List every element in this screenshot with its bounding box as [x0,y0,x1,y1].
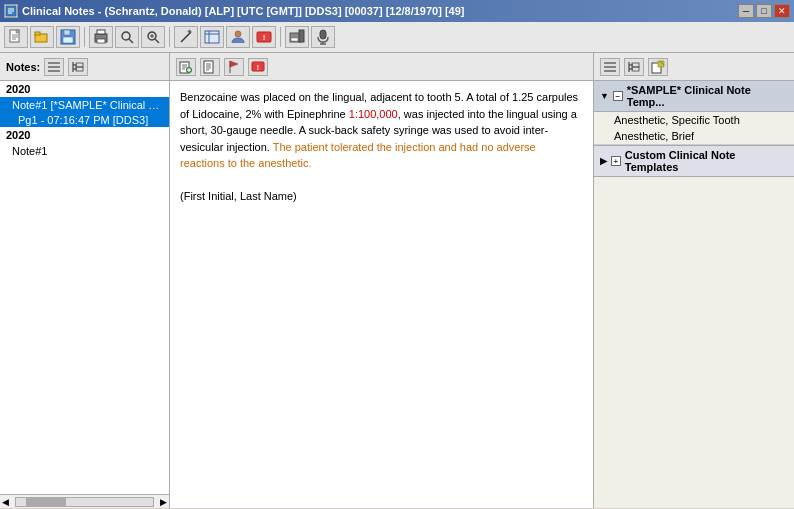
search-button[interactable] [115,26,139,48]
template-edit-btn[interactable] [648,58,668,76]
title-bar: Clinical Notes - (Schrantz, Donald) [ALP… [0,0,794,22]
templates-panel: ▼ − *SAMPLE* Clinical Note Temp... Anest… [594,81,794,508]
note-item-1[interactable]: Note#1 [*SAMPLE* Clinical Not [0,97,169,113]
collapse-icon-sample: ▼ [600,91,609,101]
separator1 [84,27,85,47]
custom-group-label: Custom Clinical Note Templates [625,149,788,173]
content-secondary-toolbar: ! [170,53,594,80]
new-button[interactable] [4,26,28,48]
secondary-toolbar: Notes: ! [0,53,794,81]
list-view-button[interactable] [44,58,64,76]
maximize-button[interactable]: □ [756,4,772,18]
note-signature: (First Initial, Last Name) [180,188,583,205]
notes-scrollbar[interactable]: ◀ ▶ [0,494,169,508]
print-button[interactable] [89,26,113,48]
svg-rect-12 [63,37,73,43]
svg-rect-32 [299,30,304,42]
separator2 [169,27,170,47]
template-button[interactable] [200,26,224,48]
notes-secondary-toolbar: Notes: [0,53,170,80]
note-content-panel: Benzocaine was placed on the lingual, ad… [170,81,594,508]
note-paragraph-1: Benzocaine was placed on the lingual, ad… [180,89,583,172]
title-bar-left: Clinical Notes - (Schrantz, Donald) [ALP… [4,4,465,18]
app-icon [4,4,18,18]
highlight-tolerance: The patient tolerated the injection and … [180,141,536,170]
template-tree-btn[interactable] [624,58,644,76]
main-toolbar: ! [0,22,794,53]
note-list-btn[interactable] [200,58,220,76]
year-label-2: 2020 [0,127,169,143]
scroll-left-btn[interactable]: ◀ [0,497,11,507]
person-button[interactable] [226,26,250,48]
custom-group-header[interactable]: ▶ + Custom Clinical Note Templates [594,145,794,177]
template-list-btn[interactable] [600,58,620,76]
flag-note-btn[interactable] [224,58,244,76]
note-subitem-1[interactable]: Pg1 - 07:16:47 PM [DDS3] [0,113,169,127]
svg-text:!: ! [263,33,266,42]
svg-rect-52 [204,61,213,73]
notes-label: Notes: [6,61,40,73]
scrollbar-thumb[interactable] [26,498,66,506]
svg-rect-11 [64,30,70,35]
svg-rect-67 [632,63,639,67]
template-item-anesthetic-brief[interactable]: Anesthetic, Brief [594,128,794,144]
svg-rect-14 [97,30,105,34]
notes-panel: 2020 Note#1 [*SAMPLE* Clinical Not Pg1 -… [0,81,170,508]
sample-group-label: *SAMPLE* Clinical Note Temp... [627,84,788,108]
toolbar-row: ! [0,22,794,52]
window-title: Clinical Notes - (Schrantz, Donald) [ALP… [22,5,465,17]
notes-list: 2020 Note#1 [*SAMPLE* Clinical Not Pg1 -… [0,81,169,494]
separator3 [280,27,281,47]
minimize-button[interactable]: ─ [738,4,754,18]
year-label-1: 2020 [0,81,169,97]
close-button[interactable]: ✕ [774,4,790,18]
tree-view-button[interactable] [68,58,88,76]
alert-button[interactable]: ! [252,26,276,48]
svg-text:!: ! [257,63,259,70]
svg-rect-44 [76,67,83,71]
plus-box: + [611,156,621,166]
note-text-area[interactable]: Benzocaine was placed on the lingual, ad… [170,81,593,508]
svg-rect-43 [76,63,83,67]
speech-button[interactable] [311,26,335,48]
alert-note-btn[interactable]: ! [248,58,268,76]
svg-rect-33 [291,38,298,41]
svg-point-16 [122,32,130,40]
open-button[interactable] [30,26,54,48]
svg-line-17 [129,39,133,43]
svg-marker-58 [230,61,238,67]
highlight-ratio: 1:100,000 [349,108,398,120]
svg-rect-68 [632,67,639,71]
fax-button[interactable] [285,26,309,48]
svg-rect-34 [320,30,326,39]
add-note-btn[interactable] [176,58,196,76]
svg-rect-9 [35,32,40,35]
note-item-2[interactable]: Note#1 [0,143,169,159]
main-content: 2020 Note#1 [*SAMPLE* Clinical Not Pg1 -… [0,81,794,508]
scroll-right-btn[interactable]: ▶ [158,497,169,507]
title-controls: ─ □ ✕ [738,4,790,18]
templates-list: ▼ − *SAMPLE* Clinical Note Temp... Anest… [594,81,794,508]
svg-rect-25 [205,31,219,43]
scrollbar-track[interactable] [15,497,154,507]
svg-point-28 [235,31,241,37]
collapse-icon-custom: ▶ [600,156,607,166]
sample-template-group: ▼ − *SAMPLE* Clinical Note Temp... Anest… [594,81,794,145]
minus-box: − [613,91,623,101]
templates-secondary-toolbar [594,53,794,80]
svg-line-19 [155,39,159,43]
edit-button[interactable] [174,26,198,48]
template-item-anesthetic-specific[interactable]: Anesthetic, Specific Tooth [594,112,794,128]
sample-group-header[interactable]: ▼ − *SAMPLE* Clinical Note Temp... [594,81,794,112]
save-button[interactable] [56,26,80,48]
zoom-button[interactable] [141,26,165,48]
svg-rect-15 [97,39,105,43]
